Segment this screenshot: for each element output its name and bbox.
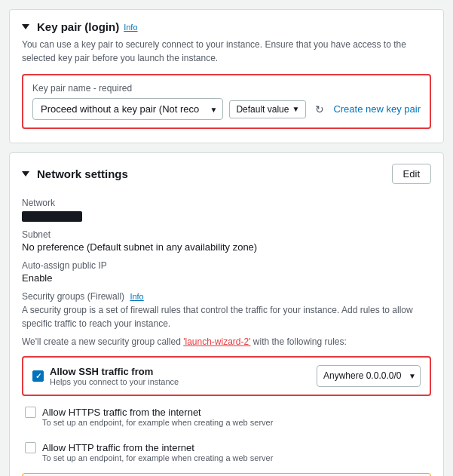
ssh-checkbox[interactable] bbox=[32, 370, 44, 382]
ssh-dropdown-wrapper: Anywhere 0.0.0.0/0 ▼ bbox=[317, 365, 421, 388]
https-checkbox[interactable] bbox=[25, 407, 36, 418]
network-redacted bbox=[22, 211, 82, 222]
default-badge: Default value ▼ bbox=[229, 100, 306, 118]
key-pair-description: You can use a key pair to securely conne… bbox=[22, 38, 431, 65]
wizard-notice-text: We'll create a new security group called bbox=[22, 336, 183, 347]
key-pair-field-label: Key pair name - required bbox=[32, 83, 421, 94]
network-settings-section: Network settings Edit Network Subnet No … bbox=[9, 152, 444, 476]
https-traffic-row: Allow HTTPS traffic from the internet To… bbox=[22, 402, 431, 431]
key-pair-header: Key pair (login) Info bbox=[22, 20, 431, 33]
default-badge-label: Default value bbox=[236, 104, 289, 115]
security-group-description: A security group is a set of firewall ru… bbox=[22, 303, 431, 330]
key-pair-info-button[interactable]: Info bbox=[124, 23, 137, 32]
network-header: Network settings bbox=[22, 167, 128, 180]
key-pair-row: Proceed without a key pair (Not recommen… bbox=[32, 98, 421, 120]
network-edit-button[interactable]: Edit bbox=[392, 164, 431, 184]
subnet-value: No preference (Default subnet in any ava… bbox=[22, 241, 431, 253]
auto-assign-value: Enable bbox=[22, 272, 431, 284]
collapse-icon bbox=[22, 24, 29, 29]
create-key-pair-link[interactable]: Create new key pair bbox=[333, 103, 421, 115]
network-field-row: Network bbox=[22, 198, 431, 222]
http-label-sub: To set up an endpoint, for example when … bbox=[42, 453, 428, 462]
key-pair-select[interactable]: Proceed without a key pair (Not recommen… bbox=[32, 98, 223, 120]
subnet-label: Subnet bbox=[22, 229, 431, 240]
http-checkbox[interactable] bbox=[25, 442, 36, 453]
auto-assign-label: Auto-assign public IP bbox=[22, 260, 431, 271]
network-title: Network settings bbox=[37, 167, 128, 180]
badge-chevron-icon: ▼ bbox=[292, 105, 299, 113]
auto-assign-field-row: Auto-assign public IP Enable bbox=[22, 260, 431, 284]
wizard-notice: We'll create a new security group called… bbox=[22, 335, 431, 349]
https-label-block: Allow HTTPS traffic from the internet To… bbox=[42, 407, 428, 427]
network-header-row: Network settings Edit bbox=[22, 164, 431, 184]
wizard-name: 'launch-wizard-2' bbox=[183, 336, 250, 347]
network-label: Network bbox=[22, 198, 431, 208]
https-label-sub: To set up an endpoint, for example when … bbox=[42, 418, 428, 427]
ssh-traffic-box: Allow SSH traffic from Helps you connect… bbox=[22, 356, 431, 397]
key-pair-box: Key pair name - required Proceed without… bbox=[22, 74, 431, 129]
key-pair-section: Key pair (login) Info You can use a key … bbox=[9, 9, 444, 143]
warning-box: △ Rules with source of 0.0.0.0/0 allow a… bbox=[22, 473, 431, 476]
ssh-label-block: Allow SSH traffic from Helps you connect… bbox=[50, 366, 311, 386]
refresh-button[interactable]: ↻ bbox=[312, 100, 327, 118]
security-groups-field-row: Security groups (Firewall) Info A securi… bbox=[22, 291, 431, 349]
https-label-title: Allow HTTPS traffic from the internet bbox=[42, 407, 428, 418]
subnet-field-row: Subnet No preference (Default subnet in … bbox=[22, 229, 431, 253]
ssh-label-title: Allow SSH traffic from bbox=[50, 366, 311, 377]
security-groups-header: Security groups (Firewall) Info bbox=[22, 291, 431, 302]
ssh-row: Allow SSH traffic from Helps you connect… bbox=[32, 365, 421, 388]
security-groups-label: Security groups (Firewall) bbox=[22, 291, 124, 302]
http-label-block: Allow HTTP traffic from the internet To … bbox=[42, 442, 428, 462]
wizard-suffix: with the following rules: bbox=[250, 336, 346, 347]
ssh-anywhere-select[interactable]: Anywhere 0.0.0.0/0 bbox=[317, 365, 421, 388]
http-traffic-row: Allow HTTP traffic from the internet To … bbox=[22, 438, 431, 467]
http-label-title: Allow HTTP traffic from the internet bbox=[42, 442, 428, 453]
network-collapse-icon bbox=[22, 171, 29, 177]
key-pair-select-wrapper: Proceed without a key pair (Not recommen… bbox=[32, 98, 223, 120]
security-groups-info-button[interactable]: Info bbox=[130, 292, 143, 301]
key-pair-title: Key pair (login) bbox=[37, 20, 119, 33]
ssh-label-sub: Helps you connect to your instance bbox=[50, 377, 311, 386]
network-value bbox=[22, 210, 431, 222]
